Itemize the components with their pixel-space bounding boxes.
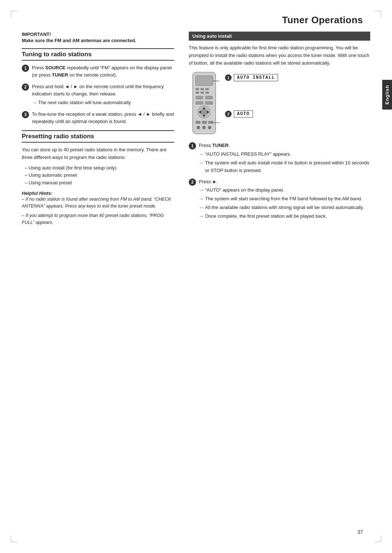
corner-mark-tr (375, 11, 381, 17)
svg-rect-20 (208, 121, 213, 124)
remote-device-svg (189, 70, 221, 137)
tuning-step-3: 3 To fine-tune the reception of a weak s… (22, 111, 174, 125)
arrow-icon-r2b: → (199, 195, 204, 203)
arrow-icon-r1a: → (199, 151, 204, 158)
right-step-text-1: Press TUNER. → “AUTO INSTALL PRESS PLAY”… (199, 142, 370, 174)
step-num-2: 2 (22, 83, 29, 91)
label-num-1: 1 (225, 74, 232, 81)
svg-rect-4 (205, 88, 209, 90)
right-step-2: 2 Press ►. → “AUTO” appears on the displ… (189, 178, 370, 220)
remote-label-2: 2 AUTO (225, 110, 278, 118)
hint-2: – If you attempt to program more than 40… (22, 212, 174, 226)
important-label: IMPORTANT! (22, 32, 174, 37)
page-title: Tuner Operations (0, 0, 392, 32)
page-number: 37 (357, 529, 363, 535)
svg-rect-19 (202, 121, 207, 124)
right-step-2-arrow-4: Once complete, the first preset station … (205, 213, 327, 220)
right-step-1-arrow-2: The system will exit auto install mode i… (205, 159, 370, 175)
svg-rect-8 (196, 96, 203, 99)
step-2-arrow-text: The next radio station will tune automat… (38, 99, 132, 106)
label-box-2: AUTO (234, 110, 253, 118)
step-num-1: 1 (22, 65, 29, 72)
right-step-num-1: 1 (189, 142, 196, 149)
list-item: Using auto install (for first time setup… (25, 164, 174, 172)
step-text-2: Press and hold ◄ / ► on the remote contr… (32, 83, 174, 106)
svg-point-13 (201, 109, 207, 115)
presetting-section-heading: Presetting radio stations (22, 130, 174, 143)
svg-rect-9 (205, 96, 213, 99)
helpful-hints: Helpful Hints: – If no radio station is … (22, 191, 174, 226)
hint-1: – If no radio station is found after sea… (22, 196, 174, 210)
hints-title: Helpful Hints: (22, 191, 174, 196)
right-step-text-2: Press ►. → “AUTO” appears on the display… (199, 178, 364, 220)
presetting-bullet-list: Using auto install (for first time setup… (25, 164, 174, 187)
arrow-icon-2: → (32, 99, 37, 106)
corner-mark-bl (11, 536, 17, 542)
list-item: Using automatic preset (25, 172, 174, 179)
main-content: IMPORTANT! Make sure the FM and AM anten… (0, 32, 392, 226)
right-step-num-2: 2 (189, 179, 196, 186)
svg-rect-6 (200, 92, 204, 94)
remote-illustration: 1 AUTO INSTALL 2 AUTO (189, 70, 370, 137)
important-block: IMPORTANT! Make sure the FM and AM anten… (22, 32, 174, 43)
svg-rect-10 (196, 101, 203, 105)
corner-mark-br (375, 536, 381, 542)
language-tab: English (382, 80, 392, 110)
svg-point-22 (202, 126, 206, 130)
svg-rect-3 (200, 88, 204, 90)
tuning-step-1: 1 Press SOURCE repeatedly until “FM” app… (22, 64, 174, 79)
right-step-2-arrow-3: All the available radio stations with st… (205, 204, 364, 212)
label-num-2: 2 (225, 111, 232, 117)
auto-install-header: Using auto install (189, 32, 370, 41)
right-column: Using auto install This feature is only … (185, 32, 370, 226)
right-step-2-arrow-2: The system will start searching from the… (205, 195, 362, 203)
right-step-1-arrow-1: “AUTO INSTALL PRESS PLAY” appears. (205, 151, 291, 158)
arrow-icon-r2a: → (199, 187, 204, 194)
remote-label-1: 1 AUTO INSTALL (225, 74, 278, 81)
step-text-1: Press SOURCE repeatedly until “FM” appea… (32, 64, 174, 79)
tuning-step-2: 2 Press and hold ◄ / ► on the remote con… (22, 83, 174, 106)
remote-labels: 1 AUTO INSTALL 2 AUTO (225, 74, 278, 118)
svg-rect-18 (196, 121, 201, 124)
auto-install-intro: This feature is only applicable for firs… (189, 44, 370, 67)
arrow-icon-r2c: → (199, 204, 204, 212)
arrow-icon-r2d: → (199, 213, 204, 220)
presetting-body-text: You can store up to 40 preset radio stat… (22, 146, 174, 161)
svg-rect-11 (205, 101, 213, 105)
right-step-1: 1 Press TUNER. → “AUTO INSTALL PRESS PLA… (189, 142, 370, 174)
step-num-3: 3 (22, 111, 29, 118)
right-step-2-arrow-1: “AUTO” appears on the display panel. (205, 187, 284, 194)
step-text-3: To fine-tune the reception of a weak sta… (32, 111, 174, 125)
left-column: IMPORTANT! Make sure the FM and AM anten… (22, 32, 174, 226)
tuning-section-heading: Tuning to radio stations (22, 48, 174, 61)
corner-mark-tl (11, 11, 17, 17)
svg-rect-2 (196, 88, 199, 90)
svg-point-21 (197, 126, 200, 130)
important-text: Make sure the FM and AM antennas are con… (22, 38, 174, 43)
arrow-icon-r1b: → (199, 159, 204, 167)
svg-rect-5 (196, 92, 199, 94)
svg-rect-7 (205, 92, 209, 94)
label-box-1: AUTO INSTALL (234, 74, 278, 81)
svg-point-23 (208, 126, 212, 130)
svg-rect-1 (196, 76, 213, 86)
list-item: Using manual preset (25, 179, 174, 187)
